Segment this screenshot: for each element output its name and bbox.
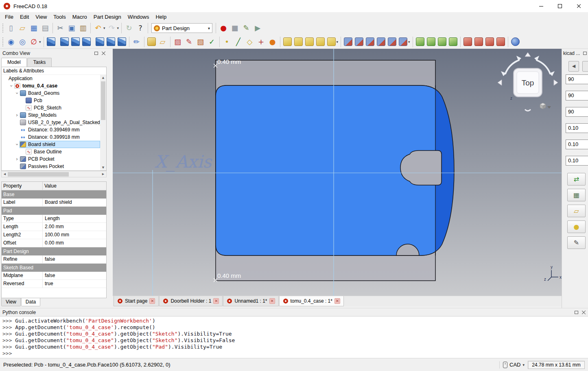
close-tab-icon[interactable]: × (213, 298, 219, 304)
cut-button[interactable]: ✂ (55, 23, 66, 33)
nav-cube-face-label[interactable]: Top (522, 79, 534, 87)
create-sketch-button[interactable]: ▨ (173, 37, 183, 47)
additive-pipe-button[interactable] (315, 37, 326, 47)
local-coordinate-system-button[interactable]: + (256, 37, 267, 47)
paste-button[interactable]: ▥ (78, 23, 88, 33)
print-button[interactable]: ▤ (40, 23, 50, 33)
datum-plane-button[interactable]: ◇ (245, 37, 255, 47)
workbench-selector[interactable]: Part Design▾ (151, 23, 212, 33)
back-button[interactable]: ◀ (568, 61, 579, 72)
thickness-button[interactable] (496, 37, 506, 47)
property-row-offset[interactable]: Offset0.00 mm (2, 239, 106, 247)
groove-button[interactable] (365, 37, 375, 47)
spinbox-field[interactable]: 90 (566, 91, 588, 100)
refresh-button[interactable]: ↻ (124, 23, 134, 33)
macro-stop-button[interactable]: ■ (230, 23, 240, 33)
scroll-thumb[interactable] (8, 172, 69, 177)
toolbar-grip[interactable] (2, 24, 4, 33)
datum-line-button[interactable]: ╱ (233, 37, 244, 47)
macro-record-button[interactable]: ● (218, 23, 229, 33)
combo-view-title-bar[interactable]: Combo View (0, 49, 108, 57)
spinbox-field[interactable]: 90 (566, 74, 588, 84)
menu-edit[interactable]: Edit (17, 13, 32, 21)
rear-view-button[interactable] (95, 37, 105, 47)
polar-pattern-button[interactable] (437, 37, 447, 47)
3d-view[interactable]: X_Axis 0.40 mm 0.40 mm Top z (113, 49, 562, 296)
validate-sketch-button[interactable]: ✓ (207, 37, 217, 47)
close-panel-icon[interactable] (101, 51, 105, 55)
tree-item-board-shield[interactable]: ›Board shield (2, 141, 100, 148)
property-row-length[interactable]: Length2.00 mm (2, 223, 106, 231)
panel-splitter[interactable] (108, 49, 113, 308)
document-tab-doorbell-holder-1[interactable]: Doorbell Holder : 1× (159, 296, 223, 306)
tab-view[interactable]: View (1, 298, 21, 306)
tree-item-pcb-sketch[interactable]: PCB_Sketch (2, 104, 100, 111)
hole-button[interactable] (354, 37, 364, 47)
bottom-view-button[interactable] (106, 37, 116, 47)
right-view-button[interactable] (81, 37, 92, 47)
additive-primitive-button[interactable]: ▾ (326, 37, 339, 47)
python-console-title-bar[interactable]: Python console (0, 308, 588, 316)
chamfer-button[interactable] (474, 37, 484, 47)
float-panel-icon[interactable] (94, 52, 98, 55)
tree-item-pcb[interactable]: Pcb (2, 97, 100, 104)
pocket-button[interactable] (343, 37, 353, 47)
close-button[interactable] (569, 0, 588, 12)
kicad-panel-title-bar[interactable]: kicad ... (562, 49, 588, 57)
spinbox-field[interactable]: 0.10 (566, 156, 588, 166)
fit-selection-button[interactable]: ◎ (17, 37, 28, 47)
expand-chevron-icon[interactable]: › (14, 112, 20, 118)
spinbox-field[interactable]: 0.10 (566, 140, 588, 149)
spinbox-field[interactable]: 0.10 (566, 123, 588, 133)
fillet-button[interactable] (463, 37, 473, 47)
draft-button[interactable] (485, 37, 495, 47)
shape-binder-dog-button[interactable]: ● (267, 37, 278, 47)
vertical-scrollbar[interactable]: ▲ ▼ (100, 75, 106, 170)
tree-item-pcb-pocket[interactable]: ›PCB Pocket (2, 155, 100, 163)
axonometric-view-button[interactable] (46, 37, 56, 47)
scroll-up-icon[interactable]: ▲ (102, 75, 104, 81)
toolbar-grip[interactable] (2, 37, 4, 46)
spinbox-field[interactable]: 90 (566, 107, 588, 117)
menu-view[interactable]: View (32, 13, 50, 21)
menu-tools[interactable]: Tools (50, 13, 69, 21)
tree-item-distance-0-399469-mm[interactable]: Distance: 0.399469 mm (2, 126, 100, 133)
minimize-button[interactable] (532, 0, 551, 12)
float-panel-icon[interactable] (583, 52, 587, 55)
property-row-type[interactable]: TypeLength (2, 215, 106, 223)
subtractive-pipe-button[interactable] (387, 37, 397, 47)
tree-item-distance-0-399918-mm[interactable]: Distance: 0.399918 mm (2, 133, 100, 141)
save-button[interactable]: ▦ (28, 23, 39, 33)
mirrored-button[interactable] (415, 37, 425, 47)
left-view-button[interactable] (117, 37, 127, 47)
close-tab-icon[interactable]: × (149, 298, 155, 304)
multitransform-button[interactable] (448, 37, 458, 47)
scroll-right-icon[interactable]: ▶ (100, 171, 106, 177)
document-tab-unnamed1-1[interactable]: Unnamed1 : 1*× (223, 296, 278, 306)
open-file-button[interactable]: ▱ (17, 23, 28, 33)
tab-model[interactable]: Model (1, 58, 27, 67)
subtractive-loft-button[interactable] (376, 37, 386, 47)
collapse-chevron-icon[interactable]: › (8, 83, 15, 89)
footprints-button[interactable]: ▱ (567, 205, 586, 217)
float-panel-icon[interactable] (575, 311, 578, 314)
property-row-length2[interactable]: Length2100.00 mm (2, 231, 106, 239)
map-sketch-button[interactable]: ▧ (195, 37, 206, 47)
additive-loft-button[interactable] (304, 37, 315, 47)
measure-distance-button[interactable]: ✏ (131, 37, 142, 47)
tree-item-base-outline[interactable]: Base Outline (2, 148, 100, 155)
macro-execute-button[interactable]: ▶ (252, 23, 263, 33)
edit-button[interactable]: ✎ (567, 236, 586, 249)
board-button[interactable]: ▦ (567, 189, 586, 201)
python-console-body[interactable]: >>> Gui.activateWorkbench('PartDesignWor… (0, 316, 588, 358)
property-row-midplane[interactable]: Midplanefalse (2, 272, 106, 280)
document-tab-tomu-0-4-case-1[interactable]: tomu_0.4_case : 1*× (279, 296, 344, 306)
tree-item-usb-2-0-type-a-dual-stacked-jac[interactable]: USB_2_0_type_A_Dual_Stacked_jac (2, 119, 100, 126)
nav-style-selector[interactable]: CAD ▾ (503, 362, 525, 368)
document-tab-start-page[interactable]: Start page× (114, 296, 159, 306)
whats-this-button[interactable]: ? (135, 23, 146, 33)
property-row-refine[interactable]: Refinefalse (2, 255, 106, 264)
boolean-operation-button[interactable] (510, 37, 520, 47)
cylinder-button[interactable]: ● (567, 220, 586, 233)
linear-pattern-button[interactable] (426, 37, 436, 47)
